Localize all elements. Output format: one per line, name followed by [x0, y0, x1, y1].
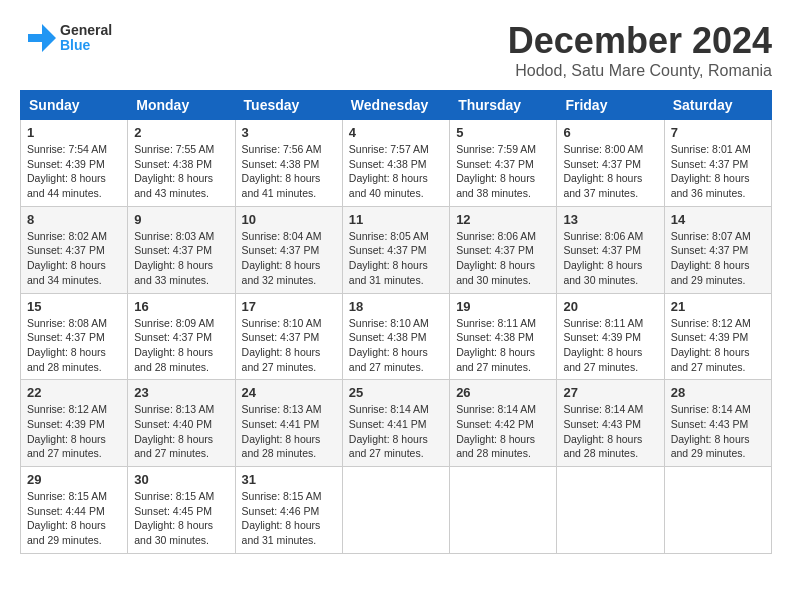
day-info: Sunrise: 8:06 AM Sunset: 4:37 PM Dayligh… — [456, 229, 550, 288]
day-number: 9 — [134, 212, 228, 227]
day-info: Sunrise: 8:14 AM Sunset: 4:42 PM Dayligh… — [456, 402, 550, 461]
day-cell: 2Sunrise: 7:55 AM Sunset: 4:38 PM Daylig… — [128, 120, 235, 207]
day-number: 4 — [349, 125, 443, 140]
day-number: 31 — [242, 472, 336, 487]
day-cell: 22Sunrise: 8:12 AM Sunset: 4:39 PM Dayli… — [21, 380, 128, 467]
header-cell-thursday: Thursday — [450, 91, 557, 120]
day-cell: 5Sunrise: 7:59 AM Sunset: 4:37 PM Daylig… — [450, 120, 557, 207]
day-number: 8 — [27, 212, 121, 227]
day-number: 10 — [242, 212, 336, 227]
day-number: 1 — [27, 125, 121, 140]
logo-icon — [20, 20, 56, 56]
day-cell: 30Sunrise: 8:15 AM Sunset: 4:45 PM Dayli… — [128, 467, 235, 554]
day-number: 12 — [456, 212, 550, 227]
week-row-4: 22Sunrise: 8:12 AM Sunset: 4:39 PM Dayli… — [21, 380, 772, 467]
day-cell: 18Sunrise: 8:10 AM Sunset: 4:38 PM Dayli… — [342, 293, 449, 380]
day-info: Sunrise: 8:14 AM Sunset: 4:43 PM Dayligh… — [563, 402, 657, 461]
day-cell: 7Sunrise: 8:01 AM Sunset: 4:37 PM Daylig… — [664, 120, 771, 207]
day-info: Sunrise: 7:57 AM Sunset: 4:38 PM Dayligh… — [349, 142, 443, 201]
day-number: 11 — [349, 212, 443, 227]
day-number: 22 — [27, 385, 121, 400]
day-info: Sunrise: 8:14 AM Sunset: 4:41 PM Dayligh… — [349, 402, 443, 461]
day-number: 26 — [456, 385, 550, 400]
day-info: Sunrise: 7:55 AM Sunset: 4:38 PM Dayligh… — [134, 142, 228, 201]
day-cell: 17Sunrise: 8:10 AM Sunset: 4:37 PM Dayli… — [235, 293, 342, 380]
day-number: 25 — [349, 385, 443, 400]
day-info: Sunrise: 8:15 AM Sunset: 4:46 PM Dayligh… — [242, 489, 336, 548]
day-info: Sunrise: 8:12 AM Sunset: 4:39 PM Dayligh… — [27, 402, 121, 461]
header: General Blue December 2024 Hodod, Satu M… — [20, 20, 772, 80]
day-number: 14 — [671, 212, 765, 227]
logo: General Blue — [20, 20, 112, 56]
month-title: December 2024 — [508, 20, 772, 62]
day-cell: 15Sunrise: 8:08 AM Sunset: 4:37 PM Dayli… — [21, 293, 128, 380]
day-cell: 21Sunrise: 8:12 AM Sunset: 4:39 PM Dayli… — [664, 293, 771, 380]
day-info: Sunrise: 8:08 AM Sunset: 4:37 PM Dayligh… — [27, 316, 121, 375]
day-info: Sunrise: 8:12 AM Sunset: 4:39 PM Dayligh… — [671, 316, 765, 375]
day-number: 19 — [456, 299, 550, 314]
day-cell: 19Sunrise: 8:11 AM Sunset: 4:38 PM Dayli… — [450, 293, 557, 380]
day-cell: 11Sunrise: 8:05 AM Sunset: 4:37 PM Dayli… — [342, 206, 449, 293]
day-cell: 10Sunrise: 8:04 AM Sunset: 4:37 PM Dayli… — [235, 206, 342, 293]
day-info: Sunrise: 8:06 AM Sunset: 4:37 PM Dayligh… — [563, 229, 657, 288]
day-info: Sunrise: 8:01 AM Sunset: 4:37 PM Dayligh… — [671, 142, 765, 201]
title-section: December 2024 Hodod, Satu Mare County, R… — [508, 20, 772, 80]
day-number: 17 — [242, 299, 336, 314]
header-cell-friday: Friday — [557, 91, 664, 120]
day-info: Sunrise: 8:03 AM Sunset: 4:37 PM Dayligh… — [134, 229, 228, 288]
week-row-2: 8Sunrise: 8:02 AM Sunset: 4:37 PM Daylig… — [21, 206, 772, 293]
calendar-header-row: SundayMondayTuesdayWednesdayThursdayFrid… — [21, 91, 772, 120]
header-cell-saturday: Saturday — [664, 91, 771, 120]
day-cell: 13Sunrise: 8:06 AM Sunset: 4:37 PM Dayli… — [557, 206, 664, 293]
day-info: Sunrise: 8:02 AM Sunset: 4:37 PM Dayligh… — [27, 229, 121, 288]
day-info: Sunrise: 7:54 AM Sunset: 4:39 PM Dayligh… — [27, 142, 121, 201]
day-cell: 26Sunrise: 8:14 AM Sunset: 4:42 PM Dayli… — [450, 380, 557, 467]
day-info: Sunrise: 8:07 AM Sunset: 4:37 PM Dayligh… — [671, 229, 765, 288]
day-cell: 14Sunrise: 8:07 AM Sunset: 4:37 PM Dayli… — [664, 206, 771, 293]
day-cell: 6Sunrise: 8:00 AM Sunset: 4:37 PM Daylig… — [557, 120, 664, 207]
day-cell — [342, 467, 449, 554]
week-row-3: 15Sunrise: 8:08 AM Sunset: 4:37 PM Dayli… — [21, 293, 772, 380]
day-info: Sunrise: 8:13 AM Sunset: 4:40 PM Dayligh… — [134, 402, 228, 461]
day-cell: 9Sunrise: 8:03 AM Sunset: 4:37 PM Daylig… — [128, 206, 235, 293]
day-number: 16 — [134, 299, 228, 314]
day-info: Sunrise: 8:14 AM Sunset: 4:43 PM Dayligh… — [671, 402, 765, 461]
calendar-table: SundayMondayTuesdayWednesdayThursdayFrid… — [20, 90, 772, 554]
header-cell-sunday: Sunday — [21, 91, 128, 120]
logo-line2: Blue — [60, 38, 112, 53]
location-title: Hodod, Satu Mare County, Romania — [508, 62, 772, 80]
day-number: 29 — [27, 472, 121, 487]
day-info: Sunrise: 8:15 AM Sunset: 4:44 PM Dayligh… — [27, 489, 121, 548]
day-info: Sunrise: 8:00 AM Sunset: 4:37 PM Dayligh… — [563, 142, 657, 201]
logo-line1: General — [60, 23, 112, 38]
day-cell: 3Sunrise: 7:56 AM Sunset: 4:38 PM Daylig… — [235, 120, 342, 207]
day-number: 30 — [134, 472, 228, 487]
day-info: Sunrise: 8:09 AM Sunset: 4:37 PM Dayligh… — [134, 316, 228, 375]
day-cell: 24Sunrise: 8:13 AM Sunset: 4:41 PM Dayli… — [235, 380, 342, 467]
day-number: 13 — [563, 212, 657, 227]
day-info: Sunrise: 8:05 AM Sunset: 4:37 PM Dayligh… — [349, 229, 443, 288]
header-cell-tuesday: Tuesday — [235, 91, 342, 120]
day-number: 28 — [671, 385, 765, 400]
day-info: Sunrise: 8:11 AM Sunset: 4:39 PM Dayligh… — [563, 316, 657, 375]
day-number: 18 — [349, 299, 443, 314]
day-info: Sunrise: 8:15 AM Sunset: 4:45 PM Dayligh… — [134, 489, 228, 548]
logo-text: General Blue — [60, 23, 112, 54]
day-info: Sunrise: 7:56 AM Sunset: 4:38 PM Dayligh… — [242, 142, 336, 201]
day-info: Sunrise: 8:11 AM Sunset: 4:38 PM Dayligh… — [456, 316, 550, 375]
day-cell: 1Sunrise: 7:54 AM Sunset: 4:39 PM Daylig… — [21, 120, 128, 207]
day-cell: 28Sunrise: 8:14 AM Sunset: 4:43 PM Dayli… — [664, 380, 771, 467]
day-info: Sunrise: 8:10 AM Sunset: 4:38 PM Dayligh… — [349, 316, 443, 375]
day-number: 15 — [27, 299, 121, 314]
day-number: 24 — [242, 385, 336, 400]
day-number: 6 — [563, 125, 657, 140]
day-cell: 16Sunrise: 8:09 AM Sunset: 4:37 PM Dayli… — [128, 293, 235, 380]
day-cell: 23Sunrise: 8:13 AM Sunset: 4:40 PM Dayli… — [128, 380, 235, 467]
day-number: 23 — [134, 385, 228, 400]
header-cell-wednesday: Wednesday — [342, 91, 449, 120]
week-row-5: 29Sunrise: 8:15 AM Sunset: 4:44 PM Dayli… — [21, 467, 772, 554]
week-row-1: 1Sunrise: 7:54 AM Sunset: 4:39 PM Daylig… — [21, 120, 772, 207]
day-number: 7 — [671, 125, 765, 140]
day-cell: 12Sunrise: 8:06 AM Sunset: 4:37 PM Dayli… — [450, 206, 557, 293]
header-cell-monday: Monday — [128, 91, 235, 120]
